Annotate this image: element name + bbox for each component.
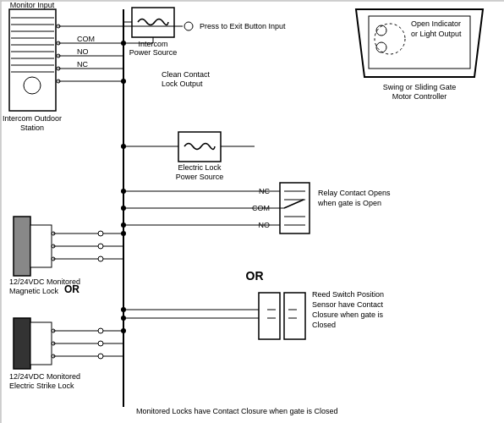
svg-point-97 [121, 231, 126, 236]
svg-point-11 [24, 77, 41, 94]
svg-rect-81 [284, 293, 305, 339]
reed-switch-label: Reed Switch Position [312, 290, 384, 299]
svg-point-94 [121, 41, 126, 46]
strike-lock-label2: Electric Strike Lock [9, 382, 74, 390]
intercom-power-label2: Power Source [129, 48, 178, 57]
mag-lock-label: 12/24VDC Monitored [9, 277, 80, 286]
reed-switch-label3: Closure when gate is [312, 310, 384, 319]
swing-gate-label: Swing or Sliding Gate [383, 83, 457, 91]
svg-point-60 [98, 328, 103, 333]
com-relay-label: COM [252, 204, 270, 212]
svg-point-95 [121, 79, 126, 84]
svg-point-77 [121, 189, 126, 194]
svg-point-88 [121, 307, 126, 312]
bottom-note: Monitored Locks have Contact Closure whe… [136, 407, 338, 415]
strike-lock-label: 12/24VDC Monitored [9, 372, 80, 381]
svg-point-91 [376, 25, 386, 36]
intercom-outdoor-label2: Station [20, 124, 44, 132]
or-label-middle: OR [246, 269, 264, 283]
svg-point-43 [98, 231, 103, 236]
svg-point-96 [121, 144, 126, 149]
electric-lock-power-label: Electric Lock [178, 163, 222, 172]
electric-lock-power-label2: Power Source [176, 173, 224, 181]
svg-point-46 [98, 244, 103, 249]
relay-contact-label2: when gate is Open [317, 199, 381, 207]
com-label-top: COM [77, 35, 95, 43]
press-exit-label: Press to Exit Button Input [200, 22, 286, 30]
no-label-top: NO [77, 47, 89, 56]
relay-contact-label: Relay Contact Opens [318, 189, 391, 197]
svg-point-78 [121, 206, 126, 211]
svg-point-98 [121, 328, 126, 333]
reed-switch-label2: Sensor have Contact [312, 300, 384, 309]
svg-point-63 [98, 341, 103, 346]
svg-point-49 [98, 256, 103, 261]
svg-point-92 [376, 42, 386, 52]
open-indicator-label: Open Indicator [411, 19, 461, 28]
clean-contact-label: Clean Contact [162, 70, 211, 79]
svg-point-89 [121, 316, 126, 321]
svg-rect-35 [30, 225, 52, 267]
svg-point-66 [98, 354, 103, 359]
open-indicator-label2: or Light Output [411, 30, 462, 38]
clean-contact-label2: Lock Output [162, 80, 203, 88]
svg-point-79 [121, 222, 126, 228]
monitor-input-label: Monitor Input [10, 1, 55, 9]
intercom-outdoor-label: Intercom Outdoor [3, 114, 62, 123]
swing-gate-label2: Motor Controller [392, 92, 447, 101]
svg-rect-80 [259, 293, 280, 339]
svg-point-23 [184, 22, 193, 30]
reed-switch-label4: Closed [312, 321, 336, 329]
mag-lock-label2: Magnetic Lock [9, 287, 59, 295]
svg-rect-51 [14, 318, 30, 369]
svg-rect-34 [14, 217, 30, 276]
nc-label-top: NC [77, 60, 88, 69]
wiring-diagram: Monitor Input COM NO NC Intercom Power S… [0, 0, 504, 423]
svg-rect-52 [30, 322, 52, 365]
